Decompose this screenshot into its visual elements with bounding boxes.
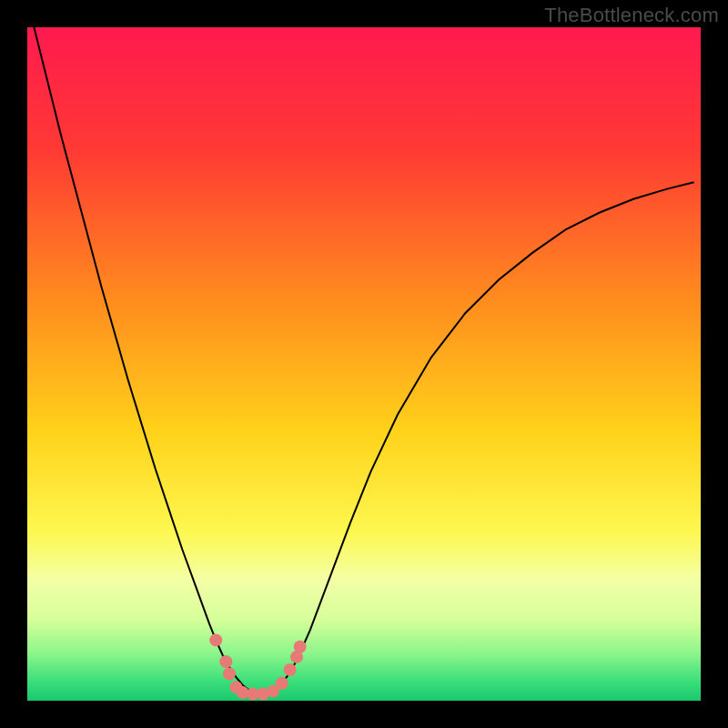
watermark-text: TheBottleneck.com (544, 4, 719, 27)
highlight-dot (209, 633, 222, 646)
highlight-dot (276, 677, 288, 690)
highlight-dot (294, 641, 307, 653)
bottleneck-chart (27, 27, 701, 701)
highlight-dot (223, 667, 236, 680)
chart-frame: TheBottleneck.com (0, 0, 728, 728)
highlight-dot (219, 655, 232, 668)
highlight-dot (284, 663, 297, 676)
chart-background (27, 27, 701, 701)
